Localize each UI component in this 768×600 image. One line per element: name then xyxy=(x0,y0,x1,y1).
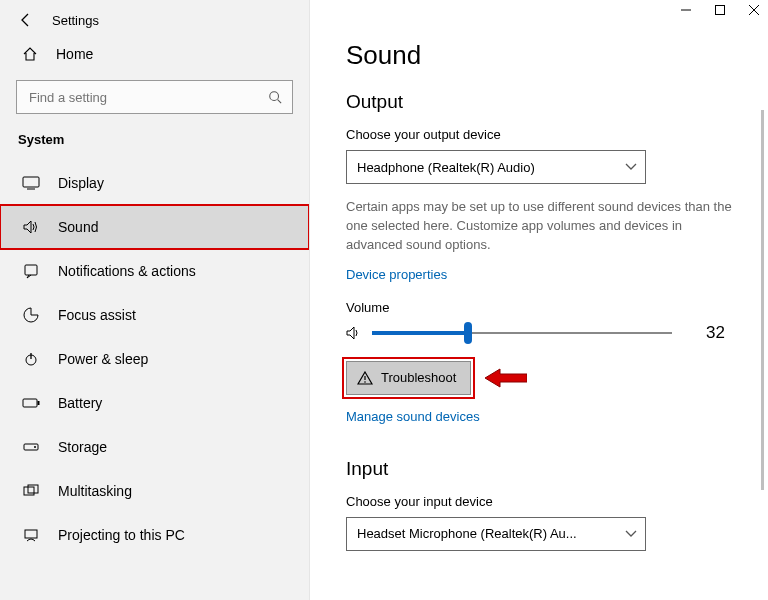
svg-marker-20 xyxy=(485,369,527,387)
sidebar-item-label: Battery xyxy=(58,395,102,411)
sidebar-item-focus-assist[interactable]: Focus assist xyxy=(0,293,309,337)
chevron-down-icon xyxy=(625,163,637,171)
output-device-dropdown[interactable]: Headphone (Realtek(R) Audio) xyxy=(346,150,646,184)
troubleshoot-label: Troubleshoot xyxy=(381,370,456,385)
sidebar-item-label: Multitasking xyxy=(58,483,132,499)
focus-assist-icon xyxy=(22,307,40,323)
sidebar-item-label: Projecting to this PC xyxy=(58,527,185,543)
main-panel: Sound Output Choose your output device H… xyxy=(310,0,768,600)
sidebar-item-display[interactable]: Display xyxy=(0,161,309,205)
svg-point-0 xyxy=(270,92,279,101)
input-device-dropdown[interactable]: Headset Microphone (Realtek(R) Au... xyxy=(346,517,646,551)
storage-icon xyxy=(22,441,40,453)
sidebar-item-notifications[interactable]: Notifications & actions xyxy=(0,249,309,293)
svg-rect-4 xyxy=(25,265,37,275)
arrow-callout-icon xyxy=(485,367,527,389)
output-device-selected: Headphone (Realtek(R) Audio) xyxy=(357,160,535,175)
home-icon xyxy=(22,46,38,62)
input-device-label: Choose your input device xyxy=(346,494,742,509)
warning-icon xyxy=(357,371,373,385)
home-label: Home xyxy=(56,46,93,62)
input-heading: Input xyxy=(346,458,742,480)
multitasking-icon xyxy=(22,484,40,498)
sidebar-nav: Display Sound Notifications & actions Fo… xyxy=(0,161,309,600)
volume-value: 32 xyxy=(706,323,725,343)
search-input[interactable] xyxy=(16,80,293,114)
svg-rect-15 xyxy=(716,6,725,15)
power-icon xyxy=(22,351,40,367)
display-icon xyxy=(22,176,40,190)
sidebar-item-power-sleep[interactable]: Power & sleep xyxy=(0,337,309,381)
sidebar-item-projecting[interactable]: Projecting to this PC xyxy=(0,513,309,557)
svg-rect-8 xyxy=(38,401,40,405)
sidebar-item-multitasking[interactable]: Multitasking xyxy=(0,469,309,513)
sidebar-item-label: Notifications & actions xyxy=(58,263,196,279)
maximize-button[interactable] xyxy=(714,4,726,16)
svg-rect-2 xyxy=(23,177,39,187)
device-properties-link[interactable]: Device properties xyxy=(346,267,447,282)
window-title: Settings xyxy=(52,13,99,28)
slider-thumb[interactable] xyxy=(464,322,472,344)
sound-icon xyxy=(22,219,40,235)
sidebar-item-battery[interactable]: Battery xyxy=(0,381,309,425)
minimize-button[interactable] xyxy=(680,4,692,16)
sidebar-item-sound[interactable]: Sound xyxy=(0,205,309,249)
volume-slider[interactable] xyxy=(372,323,672,343)
input-device-selected: Headset Microphone (Realtek(R) Au... xyxy=(357,526,577,541)
troubleshoot-button[interactable]: Troubleshoot xyxy=(346,361,471,395)
back-button[interactable] xyxy=(18,12,34,28)
sidebar-item-label: Focus assist xyxy=(58,307,136,323)
output-note: Certain apps may be set up to use differ… xyxy=(346,198,742,255)
chevron-down-icon xyxy=(625,530,637,538)
sidebar: Settings Home System Display xyxy=(0,0,310,600)
sidebar-item-label: Power & sleep xyxy=(58,351,148,367)
svg-rect-11 xyxy=(24,487,34,495)
svg-point-19 xyxy=(364,381,366,383)
projecting-icon xyxy=(22,528,40,542)
svg-line-1 xyxy=(278,100,282,104)
window-controls xyxy=(680,4,760,16)
home-nav[interactable]: Home xyxy=(0,36,309,72)
sidebar-item-label: Storage xyxy=(58,439,107,455)
output-device-label: Choose your output device xyxy=(346,127,742,142)
search-icon xyxy=(268,90,282,104)
svg-rect-7 xyxy=(23,399,37,407)
volume-label: Volume xyxy=(346,300,742,315)
output-heading: Output xyxy=(346,91,742,113)
sidebar-item-label: Display xyxy=(58,175,104,191)
slider-fill xyxy=(372,331,468,335)
sidebar-item-storage[interactable]: Storage xyxy=(0,425,309,469)
svg-point-10 xyxy=(34,446,36,448)
svg-rect-13 xyxy=(25,530,37,538)
scrollbar[interactable] xyxy=(761,110,764,490)
svg-rect-12 xyxy=(28,485,38,493)
notifications-icon xyxy=(22,263,40,279)
category-label: System xyxy=(0,128,309,161)
manage-sound-devices-link[interactable]: Manage sound devices xyxy=(346,409,480,424)
battery-icon xyxy=(22,397,40,409)
close-button[interactable] xyxy=(748,4,760,16)
page-title: Sound xyxy=(346,40,742,71)
sidebar-item-label: Sound xyxy=(58,219,98,235)
search-field[interactable] xyxy=(27,89,268,106)
volume-icon xyxy=(346,326,362,340)
